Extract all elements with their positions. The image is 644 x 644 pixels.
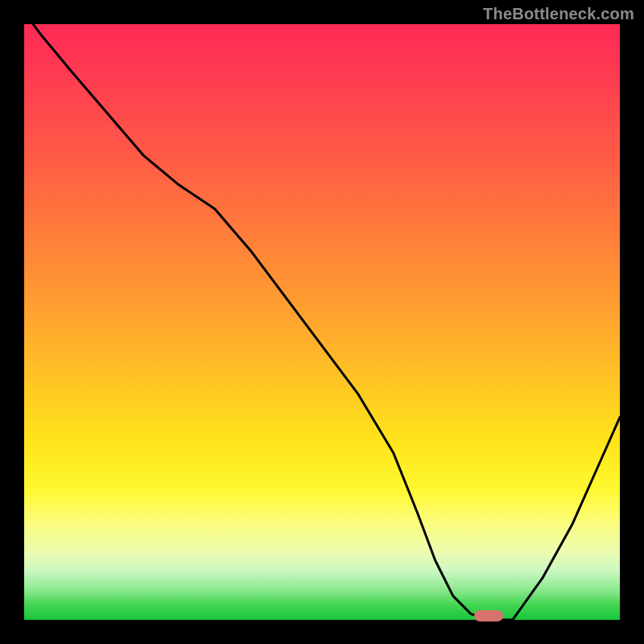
bottleneck-curve-path	[24, 24, 620, 620]
plot-area	[24, 24, 620, 620]
curve-svg	[24, 24, 620, 620]
chart-frame: TheBottleneck.com	[0, 0, 644, 644]
optimum-marker	[474, 610, 503, 621]
watermark-text: TheBottleneck.com	[483, 5, 634, 23]
